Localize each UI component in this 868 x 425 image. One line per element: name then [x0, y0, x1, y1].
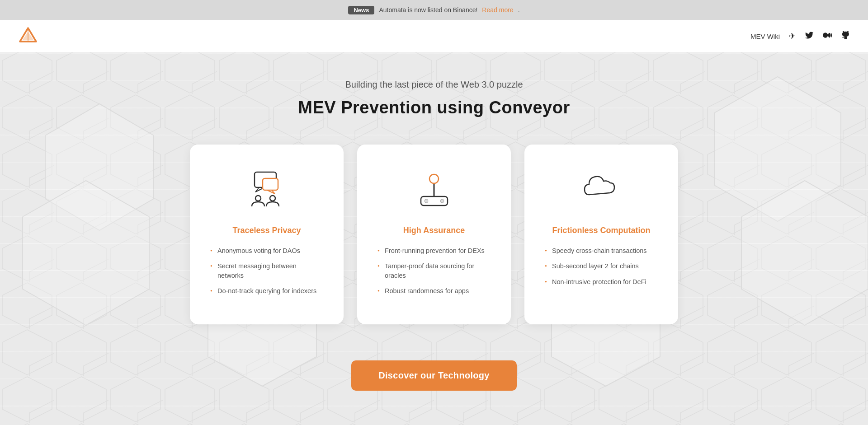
- mev-wiki-link[interactable]: MEV Wiki: [750, 33, 780, 40]
- medium-icon[interactable]: [823, 31, 832, 42]
- nav-right: MEV Wiki ✈: [750, 31, 850, 42]
- svg-rect-15: [263, 178, 278, 190]
- svg-point-21: [429, 174, 439, 183]
- feature-item: Sub-second layer 2 for chains: [545, 262, 658, 271]
- svg-point-18: [270, 196, 275, 201]
- card-frictionless-computation-features: Speedy cross-chain transactions Sub-seco…: [545, 246, 658, 293]
- hero-subtitle: Building the last piece of the Web 3.0 p…: [345, 79, 523, 90]
- feature-item: Do-not-track querying for indexers: [210, 286, 323, 295]
- svg-point-17: [255, 196, 261, 201]
- telegram-icon[interactable]: ✈: [789, 31, 796, 41]
- feature-item: Speedy cross-chain transactions: [545, 246, 658, 255]
- announcement-bar: News Automata is now listed on Binance! …: [0, 0, 868, 20]
- card-high-assurance-title: High Assurance: [403, 226, 465, 235]
- feature-item: Secret messaging between networks: [210, 262, 323, 280]
- feature-item: Front-running prevention for DEXs: [377, 246, 491, 255]
- feature-item: Tamper-proof data sourcing for oracles: [377, 262, 491, 280]
- card-high-assurance-features: Front-running prevention for DEXs Tamper…: [377, 246, 491, 302]
- twitter-icon[interactable]: [805, 31, 814, 42]
- cloud-icon: [580, 167, 623, 212]
- announcement-text: Automata is now listed on Binance!: [379, 6, 477, 14]
- main-content: Building the last piece of the Web 3.0 p…: [0, 52, 868, 425]
- card-frictionless-computation-title: Frictionless Computation: [552, 226, 650, 235]
- logo[interactable]: [18, 26, 38, 46]
- github-icon[interactable]: [841, 31, 850, 42]
- news-badge: News: [348, 6, 374, 14]
- announcement-period: .: [518, 6, 520, 14]
- discover-technology-button[interactable]: Discover our Technology: [351, 360, 516, 391]
- feature-item: Non-intrusive protection for DeFi: [545, 277, 658, 286]
- card-traceless-privacy: Traceless Privacy Anonymous voting for D…: [190, 145, 344, 324]
- card-traceless-privacy-title: Traceless Privacy: [232, 226, 301, 235]
- svg-point-23: [440, 199, 444, 203]
- feature-item: Robust randomness for apps: [377, 286, 491, 295]
- feature-item: Anonymous voting for DAOs: [210, 246, 323, 255]
- announcement-link[interactable]: Read more: [482, 6, 513, 14]
- cards-container: Traceless Privacy Anonymous voting for D…: [190, 145, 678, 324]
- card-frictionless-computation: Frictionless Computation Speedy cross-ch…: [524, 145, 678, 324]
- navigation: MEV Wiki ✈: [0, 20, 868, 52]
- svg-point-22: [425, 199, 428, 203]
- joystick-icon: [413, 167, 456, 212]
- hero-title: MEV Prevention using Conveyor: [298, 98, 570, 117]
- card-high-assurance: High Assurance Front-running prevention …: [357, 145, 511, 324]
- chat-icon: [245, 167, 288, 212]
- card-traceless-privacy-features: Anonymous voting for DAOs Secret messagi…: [210, 246, 323, 302]
